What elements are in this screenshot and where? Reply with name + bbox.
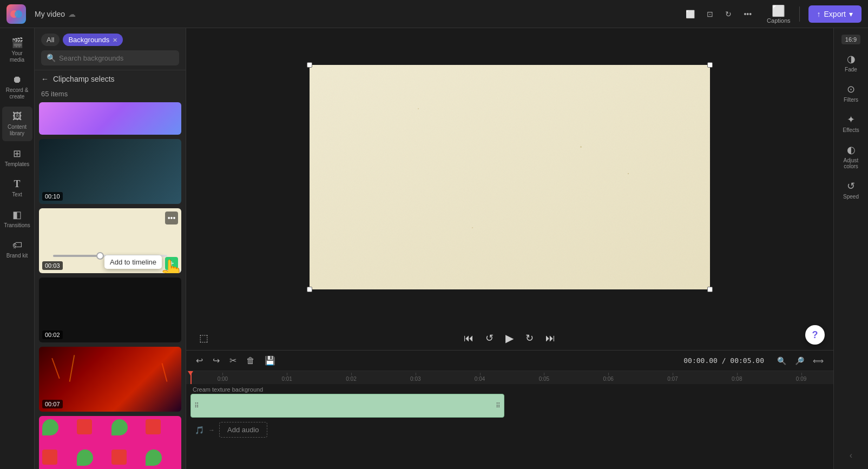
video-canvas bbox=[310, 65, 710, 289]
audio-track-icon: 🎵 bbox=[195, 426, 204, 434]
tab-close-backgrounds[interactable]: ✕ bbox=[113, 37, 117, 43]
speed-label: Speed bbox=[843, 194, 859, 200]
subtitle-button[interactable]: ⬚ bbox=[197, 330, 211, 346]
sidebar-item-your-media[interactable]: 🎬 Your media bbox=[2, 32, 32, 68]
fit-timeline-button[interactable]: ⟺ bbox=[810, 355, 827, 366]
right-tool-speed[interactable]: ↺ Speed bbox=[836, 176, 866, 204]
items-count: 65 items bbox=[35, 88, 186, 102]
ratio-text: 16:9 bbox=[845, 36, 857, 43]
video-player-controls: ⬚ ⏮ ↺ ▶ ↻ ⏭ ⛶ bbox=[186, 326, 833, 350]
list-item[interactable]: 00:10 bbox=[39, 139, 181, 204]
filters-label: Filters bbox=[844, 97, 858, 103]
rotate-button[interactable]: ↻ bbox=[721, 6, 736, 22]
playhead-arrow bbox=[188, 371, 193, 375]
ruler-mark: 0:00 bbox=[190, 376, 255, 382]
list-item[interactable] bbox=[39, 102, 181, 135]
handle-top-left[interactable] bbox=[307, 62, 312, 68]
sidebar-item-label-transitions: Transitions bbox=[4, 222, 30, 229]
help-button[interactable]: ? bbox=[805, 325, 825, 345]
ruler-mark: 0:06 bbox=[576, 376, 641, 382]
ruler-mark: 0:03 bbox=[383, 376, 448, 382]
sidebar-item-label-text: Text bbox=[12, 191, 22, 198]
effects-icon: ✦ bbox=[847, 114, 855, 125]
filters-icon: ⊙ bbox=[847, 83, 855, 95]
fit-button[interactable]: ⊡ bbox=[702, 6, 718, 22]
main-layout: 🎬 Your media ⏺ Record & create 🖼 Content… bbox=[0, 28, 868, 469]
search-input[interactable] bbox=[59, 54, 174, 62]
captions-button[interactable]: ⬜ Captions bbox=[767, 4, 790, 24]
play-pause-button[interactable]: ▶ bbox=[503, 329, 516, 347]
sidebar-item-label-record: Record & create bbox=[4, 87, 30, 100]
sidebar-item-transitions[interactable]: ◧ Transitions bbox=[2, 204, 32, 233]
skip-back-button[interactable]: ⏮ bbox=[462, 331, 476, 346]
sidebar-icons: 🎬 Your media ⏺ Record & create 🖼 Content… bbox=[0, 28, 35, 469]
save-button[interactable]: 💾 bbox=[261, 354, 279, 367]
handle-top-right[interactable] bbox=[707, 62, 713, 68]
your-media-icon: 🎬 bbox=[11, 37, 23, 49]
right-tool-filters[interactable]: ⊙ Filters bbox=[836, 79, 866, 107]
add-audio-button[interactable]: Add audio bbox=[219, 422, 267, 438]
redo-button[interactable]: ↪ bbox=[209, 354, 223, 367]
sidebar-item-label-brand-kit: Brand kit bbox=[6, 253, 28, 259]
add-to-timeline-button[interactable]: + bbox=[165, 257, 178, 270]
sidebar-item-templates[interactable]: ⊞ Templates bbox=[2, 143, 32, 172]
thumb-duration-badge: 00:03 bbox=[42, 261, 63, 270]
skip-forward-button[interactable]: ⏭ bbox=[543, 331, 557, 346]
undo-button[interactable]: ↩ bbox=[193, 354, 206, 367]
ruler-mark: 0:01 bbox=[255, 376, 319, 382]
export-chevron: ▾ bbox=[849, 10, 853, 18]
thumb-more-button[interactable]: ••• bbox=[165, 212, 178, 224]
svg-rect-2 bbox=[310, 65, 710, 289]
crop-button[interactable]: ⬜ bbox=[681, 6, 699, 22]
timeline-toolbar: ↩ ↪ ✂ 🗑 💾 00:00.00 / 00:05.00 🔍 🔎 ⟺ bbox=[186, 351, 833, 371]
list-item[interactable]: 00:16 bbox=[39, 416, 181, 469]
rewind-5s-button[interactable]: ↺ bbox=[483, 330, 496, 346]
timeline-time-display: 00:00.00 / 00:05.00 bbox=[683, 356, 764, 365]
clip-grip-left: ⠿ bbox=[194, 402, 199, 409]
cut-button[interactable]: ✂ bbox=[226, 354, 240, 367]
fade-label: Fade bbox=[845, 67, 857, 72]
right-tool-fade[interactable]: ◑ Fade bbox=[836, 49, 866, 77]
search-box: 🔍 bbox=[41, 50, 179, 65]
collapse-sidebar-button[interactable]: ‹ bbox=[845, 446, 857, 465]
timeline-ruler: 0:00 0:01 0:02 0:03 0:04 0:05 0:06 0:07 … bbox=[186, 371, 833, 384]
right-tool-effects[interactable]: ✦ Effects bbox=[836, 109, 866, 137]
delete-button[interactable]: 🗑 bbox=[243, 354, 258, 367]
thumbnails-grid: 00:10 00:03 ••• + Add to timeline 👆 bbox=[35, 102, 186, 469]
ruler-mark: 0:04 bbox=[448, 376, 512, 382]
sidebar-item-text[interactable]: T Text bbox=[2, 174, 32, 202]
sidebar-item-label-content-library: Content library bbox=[4, 124, 30, 137]
adjust-colors-label: Adjust colors bbox=[838, 157, 864, 169]
zoom-in-button[interactable]: 🔎 bbox=[792, 355, 807, 366]
list-item[interactable]: 00:02 bbox=[39, 278, 181, 342]
handle-bottom-left[interactable] bbox=[307, 287, 312, 292]
app-logo bbox=[6, 4, 26, 24]
ratio-badge: 16:9 bbox=[841, 35, 860, 44]
sidebar-item-record[interactable]: ⏺ Record & create bbox=[2, 70, 32, 104]
record-icon: ⏺ bbox=[12, 74, 22, 85]
sidebar-item-content-library[interactable]: 🖼 Content library bbox=[2, 107, 32, 141]
svg-point-1 bbox=[15, 10, 22, 18]
timeline-clip[interactable]: ⠿ ⠿ bbox=[190, 394, 504, 418]
playhead bbox=[190, 371, 192, 384]
forward-5s-button[interactable]: ↻ bbox=[523, 330, 536, 346]
ruler-mark: 0:05 bbox=[512, 376, 576, 382]
video-canvas-wrapper bbox=[310, 65, 710, 289]
sidebar-item-brand-kit[interactable]: 🏷 Brand kit bbox=[2, 235, 32, 263]
list-item[interactable]: 00:03 ••• + Add to timeline 👆 bbox=[39, 208, 181, 273]
back-navigation[interactable]: ← Clipchamp selects bbox=[35, 70, 186, 88]
sidebar-item-label-your-media: Your media bbox=[4, 50, 30, 63]
tab-all[interactable]: All bbox=[41, 34, 60, 46]
timeline-content: 0:00 0:01 0:02 0:03 0:04 0:05 0:06 0:07 … bbox=[186, 371, 833, 469]
templates-icon: ⊞ bbox=[13, 148, 21, 160]
zoom-out-button[interactable]: 🔍 bbox=[774, 355, 790, 366]
list-item[interactable]: 00:07 bbox=[39, 347, 181, 412]
tab-backgrounds[interactable]: Backgrounds ✕ bbox=[63, 34, 123, 46]
export-button[interactable]: ↑ Export ▾ bbox=[808, 5, 862, 23]
effects-label: Effects bbox=[843, 127, 859, 133]
handle-bottom-right[interactable] bbox=[707, 287, 713, 292]
more-options-button[interactable]: ••• bbox=[739, 6, 756, 22]
sidebar-item-label-templates: Templates bbox=[5, 161, 30, 168]
right-tool-adjust-colors[interactable]: ◐ Adjust colors bbox=[836, 140, 866, 174]
audio-track-row: 🎵 → Add audio bbox=[190, 420, 829, 440]
